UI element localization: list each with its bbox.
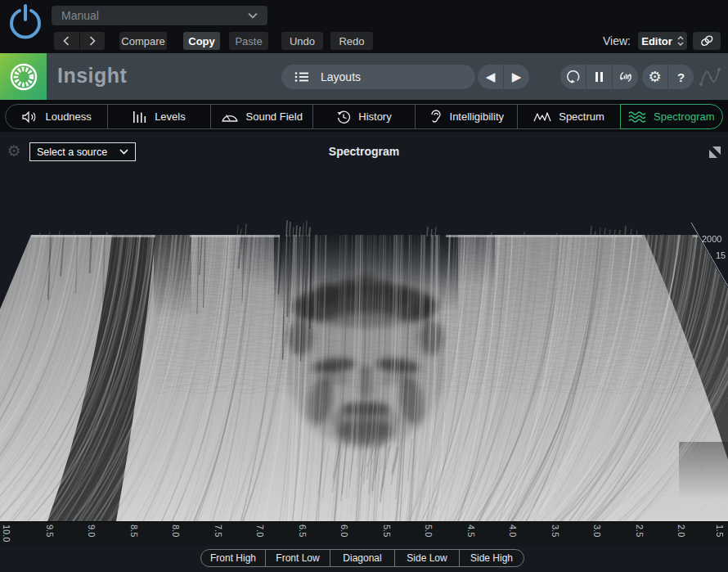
time-tick: 6.0 [339,525,349,537]
help-button[interactable]: ? [668,65,694,89]
time-axis: 10.0 9.5 9.0 8.5 8.0 7.5 7.0 6.5 6.0 5.5… [0,521,728,546]
preset-value: Manual [61,9,99,22]
view-dropdown[interactable]: Editor [638,32,687,50]
view-angle-buttons: Front High Front Low Diagonal Side Low S… [200,549,524,567]
izotope-logo [0,53,47,100]
preset-nav [54,32,105,50]
settings-group: ⚙ ? [642,65,694,89]
view-label: View: [603,34,631,47]
compare-button[interactable]: Compare [119,32,167,50]
loop-icon [566,70,581,84]
prev-layout-button[interactable]: ◀ [478,65,503,89]
history-clock-icon [336,110,351,124]
redo-button[interactable]: Redo [330,32,373,50]
transport-group [560,65,638,89]
reset-meters-icon [618,69,634,85]
gauge-icon [221,110,239,123]
source-select-value: Select a source [37,146,107,158]
view-side-high-button[interactable]: Side High [459,549,524,567]
pause-button[interactable] [586,65,612,89]
swirl-icon [7,61,40,93]
tab-label: Spectrum [559,110,604,123]
tab-label: Sound Field [246,110,303,123]
view-value: Editor [641,35,672,47]
meter-tab-bar: Loudness Levels [0,100,728,132]
panel-settings-button[interactable]: ⚙ [5,142,23,160]
view-front-high-button[interactable]: Front High [200,549,266,567]
layout-nav: ◀ ▶ [478,65,529,89]
time-tick: 3.0 [592,525,602,537]
tab-spectrogram[interactable]: Spectrogram [620,104,723,129]
tab-label: Levels [155,110,186,123]
next-layout-button[interactable]: ▶ [504,65,529,89]
time-tick: 5.5 [382,525,392,537]
tab-label: Spectrogram [654,110,714,123]
view-side-low-button[interactable]: Side Low [394,549,460,567]
time-tick: 9.5 [45,525,55,537]
chevron-left-icon [63,36,70,46]
chevron-down-icon [248,12,258,19]
link-button[interactable] [693,32,721,50]
time-tick: 9.0 [87,525,97,537]
ear-icon [429,109,443,124]
layouts-dropdown[interactable]: Layouts [281,65,475,89]
reset-meters-button[interactable] [613,65,638,89]
app-title: Insight [57,64,127,88]
relay-link-button[interactable] [694,65,726,89]
preset-forward-button[interactable] [80,32,106,50]
tab-label: History [358,110,391,123]
time-tick: 1.5 [715,525,725,537]
pause-icon [595,72,603,82]
tab-loudness[interactable]: Loudness [5,104,108,129]
source-select[interactable]: Select a source [29,142,136,161]
triangle-left-icon: ◀ [486,70,496,84]
list-icon [294,71,309,83]
triangle-right-icon: ▶ [512,70,522,84]
top-bar: Manual Compare Copy Paste Undo Redo View… [0,0,728,53]
time-tick: 6.5 [298,525,308,537]
expand-icon [708,146,725,159]
time-tick: 3.5 [550,525,560,537]
header-bar: Insight Layouts ◀ ▶ [0,53,728,100]
time-tick: 4.0 [508,525,518,537]
view-front-low-button[interactable]: Front Low [265,549,330,567]
relay-scribble-icon [694,65,726,89]
layouts-label: Layouts [321,70,361,83]
link-icon [699,34,715,47]
time-tick: 8.0 [171,525,181,537]
preset-dropdown[interactable]: Manual [52,6,267,25]
time-tick: 5.0 [424,525,434,537]
gear-icon: ⚙ [7,142,20,160]
power-icon [7,3,44,43]
chevron-right-icon [89,36,96,46]
power-button[interactable] [7,3,44,43]
tab-intelligibility[interactable]: Intelligibility [415,104,518,129]
spectrogram-display[interactable] [0,172,728,521]
time-tick: 4.5 [466,525,476,537]
expand-button[interactable] [708,144,725,160]
preset-back-button[interactable] [54,32,79,50]
time-tick: 7.5 [213,525,223,537]
time-tick: 2.0 [676,525,686,537]
gear-icon: ⚙ [648,68,661,86]
time-tick: 2.5 [635,525,645,537]
chevron-down-icon [119,149,128,155]
loop-button[interactable] [560,65,586,89]
tab-label: Intelligibility [450,110,504,123]
view-diagonal-button[interactable]: Diagonal [330,549,395,567]
settings-button[interactable]: ⚙ [642,65,667,89]
copy-button[interactable]: Copy [183,32,220,50]
paste-button[interactable]: Paste [229,32,268,50]
up-down-chevron-icon [677,36,684,46]
time-tick: 10.0 [2,525,11,542]
insight-window: Manual Compare Copy Paste Undo Redo View… [0,0,728,572]
tab-history[interactable]: History [312,104,416,129]
time-tick: 7.0 [255,525,265,537]
spectrum-icon [533,111,551,123]
help-icon: ? [677,70,685,84]
tab-spectrum[interactable]: Spectrum [517,104,620,129]
tab-sound-field[interactable]: Sound Field [210,104,313,129]
tab-levels[interactable]: Levels [107,104,210,129]
undo-button[interactable]: Undo [281,32,323,50]
level-bars-icon [133,110,147,124]
